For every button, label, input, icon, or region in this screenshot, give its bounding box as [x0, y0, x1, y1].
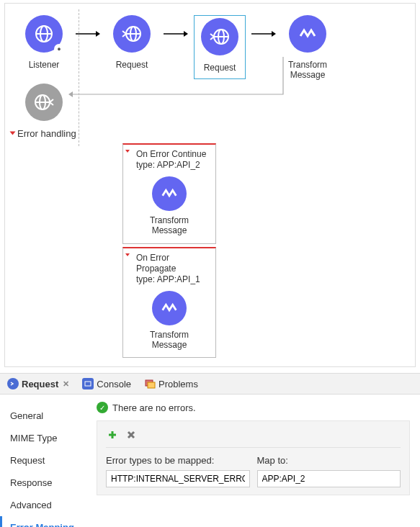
on-error-continue-box[interactable]: On Error Continue type: APP:API_2 Transf…: [122, 143, 216, 244]
node-label: Request: [116, 60, 148, 70]
validation-status: ✓ There are no errors.: [97, 402, 410, 413]
tab-label: Problems: [158, 379, 198, 389]
section-title: Error handling: [17, 128, 76, 139]
handler-title: On Error Continue: [136, 149, 211, 160]
tab-request[interactable]: Request ✕: [6, 377, 71, 391]
return-arrow-icon: [67, 57, 290, 107]
sidebar-item-response[interactable]: Response: [10, 472, 86, 494]
node-label: Request: [204, 63, 236, 73]
properties-side-nav: General MIME Type Request Response Advan…: [0, 395, 86, 527]
bottom-tabs-bar: Request ✕ Console Problems: [0, 373, 420, 395]
handler-type: type: APP:API_2: [136, 160, 211, 171]
globe-arrow-icon: [113, 15, 151, 53]
svg-rect-19: [85, 382, 91, 386]
handler-inner-node[interactable]: Transform Message: [128, 176, 211, 236]
remove-button[interactable]: [125, 428, 138, 441]
mapping-toolbar: [106, 428, 401, 448]
error-type-input[interactable]: [106, 470, 250, 487]
wave-icon: [152, 291, 187, 325]
globe-arrow-icon: [201, 18, 238, 55]
handler-inner-node[interactable]: Transform Message: [128, 291, 211, 351]
node-listener[interactable]: ● Listener: [18, 15, 70, 70]
return-path: [11, 84, 409, 121]
column-header-error-types: Error types to be mapped:: [106, 455, 250, 466]
tab-problems[interactable]: Problems: [143, 377, 200, 391]
svg-marker-4: [96, 31, 100, 37]
collapse-triangle-icon: [10, 132, 16, 135]
arrow-icon: [164, 15, 188, 53]
arrow-icon: [251, 15, 276, 53]
node-request-2-selected[interactable]: Request: [194, 15, 246, 79]
properties-panel: General MIME Type Request Response Advan…: [0, 395, 420, 527]
http-icon: [7, 378, 19, 389]
flow-canvas: ● Listener Request Request: [4, 3, 416, 367]
node-label: Transform Message: [150, 330, 189, 351]
wave-icon: [152, 176, 187, 211]
handler-type: type: APP:API_1: [136, 274, 211, 285]
problems-icon: [144, 378, 156, 389]
source-boundary: [79, 9, 79, 146]
globe-icon: ●: [25, 15, 63, 53]
status-text: There are no errors.: [112, 402, 196, 413]
tab-label: Console: [97, 379, 131, 389]
tab-console[interactable]: Console: [81, 377, 133, 391]
svg-marker-9: [184, 31, 188, 37]
handler-title: On Error Propagate: [136, 253, 211, 274]
mapping-row: Error types to be mapped: Map to:: [106, 455, 401, 487]
node-transform[interactable]: Transform Message: [282, 15, 334, 81]
error-handling-header[interactable]: Error handling: [11, 127, 409, 143]
properties-content: ✓ There are no errors. Error types to be…: [86, 395, 420, 527]
listener-badge-icon: ●: [54, 44, 64, 54]
sidebar-item-general[interactable]: General: [10, 405, 86, 427]
sidebar-item-error-mapping[interactable]: Error Mapping: [0, 516, 86, 527]
console-icon: [82, 378, 94, 389]
close-icon[interactable]: ✕: [63, 379, 69, 389]
node-label: Listener: [29, 60, 60, 70]
add-button[interactable]: [106, 428, 119, 441]
on-error-propagate-box[interactable]: On Error Propagate type: APP:API_1 Trans…: [122, 247, 216, 359]
node-label: Transform Message: [288, 60, 327, 81]
sidebar-item-request[interactable]: Request: [10, 449, 86, 472]
wave-icon: [289, 15, 326, 53]
map-to-input[interactable]: [257, 470, 401, 487]
arrow-icon: [76, 15, 100, 53]
collapse-triangle-icon: [125, 253, 130, 256]
sidebar-item-mime-type[interactable]: MIME Type: [10, 427, 86, 449]
svg-rect-21: [148, 382, 155, 388]
error-mapping-panel: Error types to be mapped: Map to:: [97, 420, 410, 495]
node-label: Transform Message: [150, 215, 189, 236]
error-handling-section: Error handling On Error Continue type: A…: [11, 127, 409, 359]
sidebar-item-advanced[interactable]: Advanced: [10, 494, 86, 516]
check-circle-icon: ✓: [97, 402, 108, 413]
node-request-1[interactable]: Request: [106, 15, 158, 70]
globe-arrow-grey-icon: [25, 84, 63, 121]
tab-label: Request: [22, 379, 58, 389]
column-header-map-to: Map to:: [257, 455, 401, 466]
svg-marker-14: [272, 31, 276, 37]
collapse-triangle-icon: [125, 150, 130, 153]
